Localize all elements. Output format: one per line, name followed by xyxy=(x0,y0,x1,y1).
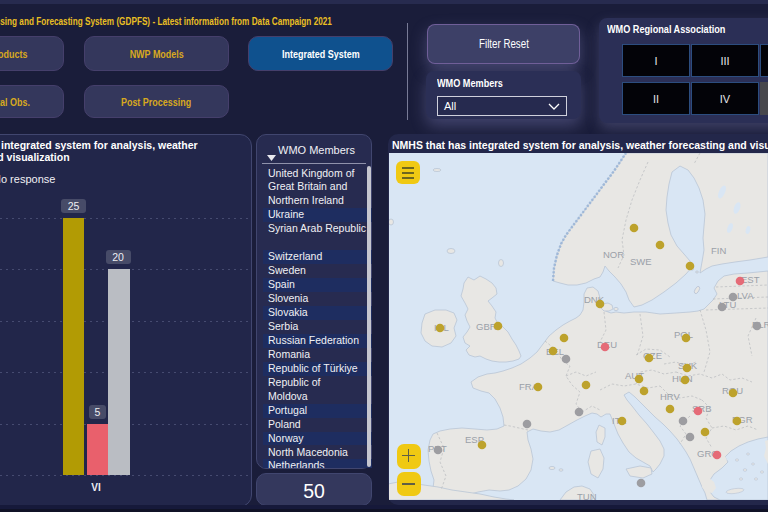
svg-text:GBR: GBR xyxy=(476,321,497,332)
svg-text:FIN: FIN xyxy=(711,245,726,256)
svg-text:SWE: SWE xyxy=(630,256,652,267)
svg-text:TUN: TUN xyxy=(577,491,597,500)
svg-text:HRV: HRV xyxy=(660,391,681,402)
svg-text:LVA: LVA xyxy=(737,290,754,301)
svg-text:NOR: NOR xyxy=(603,249,624,260)
